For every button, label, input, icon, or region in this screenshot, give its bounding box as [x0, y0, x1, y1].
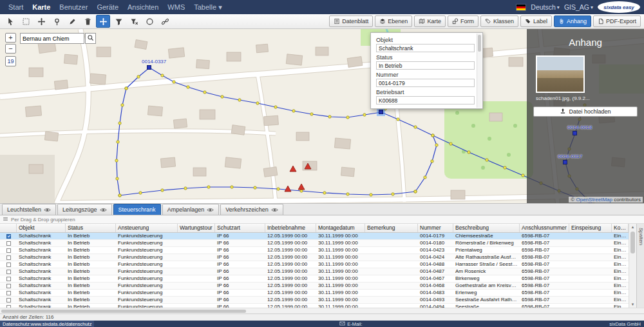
- row-checkbox[interactable]: [6, 284, 11, 288]
- eye-icon[interactable]: [44, 206, 51, 213]
- horizontal-scrollbar[interactable]: [0, 308, 644, 313]
- remove-filter-tool[interactable]: [127, 15, 141, 28]
- column-header-status[interactable]: Status: [66, 224, 116, 232]
- edit-tool[interactable]: [65, 15, 79, 28]
- row-checkbox[interactable]: [6, 277, 11, 281]
- klassen-button[interactable]: Klassen: [480, 15, 518, 27]
- table-row[interactable]: SchaltschrankIn BetriebFunkrundsteuerung…: [0, 297, 629, 304]
- select-all-column-header[interactable]: [0, 224, 17, 232]
- scrollbar-thumb[interactable]: [478, 35, 481, 52]
- rect-select-tool[interactable]: [19, 15, 33, 28]
- scroll-down-arrow[interactable]: ▼: [629, 301, 636, 308]
- eye-icon[interactable]: [100, 206, 107, 213]
- menu-item-ger-te[interactable]: Geräte: [92, 0, 123, 14]
- upload-button[interactable]: Datei hochladen: [533, 106, 638, 117]
- eye-icon[interactable]: [271, 206, 278, 213]
- select-tool[interactable]: [3, 15, 17, 28]
- language-dropdown[interactable]: Deutsch▾: [531, 3, 560, 11]
- cell-wartungstour: [178, 261, 215, 268]
- column-header-inbetriebnahme[interactable]: Inbetriebnahme: [265, 224, 316, 232]
- columns-side-tab[interactable]: Spalten: [636, 224, 644, 308]
- popup-field-betriebsart[interactable]: [376, 96, 475, 104]
- account-dropdown[interactable]: GIS_AG▾: [564, 3, 593, 11]
- table-row[interactable]: SchaltschrankIn BetriebFunkrundsteuerung…: [0, 254, 629, 261]
- map-view[interactable]: 0014-03370014-01790014-00180018-0317 + −…: [0, 29, 644, 203]
- menu-item-tabelle[interactable]: Tabelle ▾: [189, 0, 226, 14]
- row-checkbox[interactable]: [6, 248, 11, 253]
- menu-item-benutzer[interactable]: Benutzer: [55, 0, 92, 14]
- table-row[interactable]: SchaltschrankIn BetriebFunkrundsteuerung…: [0, 240, 629, 247]
- privacy-link[interactable]: Datenschutz:www.sixdata.de/datenschutz: [0, 321, 94, 327]
- anhang-button[interactable]: Anhang: [554, 15, 591, 27]
- row-checkbox[interactable]: [6, 241, 11, 246]
- column-header-einspeisung[interactable]: Einspeisung: [569, 224, 612, 232]
- table-row[interactable]: SchaltschrankIn BetriebFunkrundsteuerung…: [0, 233, 629, 240]
- search-button[interactable]: [85, 33, 96, 44]
- column-header-bemerkung[interactable]: Bemerkung: [365, 224, 418, 232]
- column-header-objekt[interactable]: Objekt: [17, 224, 66, 232]
- table-row[interactable]: SchaltschrankIn BetriebFunkrundsteuerung…: [0, 290, 629, 297]
- column-header-schutzart[interactable]: Schutzart: [215, 224, 265, 232]
- row-checkbox[interactable]: [6, 234, 11, 239]
- table-row[interactable]: SchaltschrankIn BetriebFunkrundsteuerung…: [0, 247, 629, 254]
- layer-tab-leuchtstellen[interactable]: Leuchtstellen: [2, 204, 56, 215]
- row-checkbox[interactable]: [6, 291, 11, 295]
- column-header-montagedatum[interactable]: Montagedatum: [316, 224, 365, 232]
- label-button[interactable]: Label: [520, 15, 552, 27]
- column-header-ansteuerung[interactable]: Ansteuerung: [116, 224, 178, 232]
- layer-tab-verkehrszeichen[interactable]: Verkehrszeichen: [220, 204, 283, 215]
- row-checkbox[interactable]: [6, 298, 11, 302]
- popup-scrollbar[interactable]: [477, 34, 482, 108]
- popup-field-nummer[interactable]: [376, 79, 475, 87]
- search-input[interactable]: [20, 33, 84, 44]
- menu-item-start[interactable]: Start: [4, 0, 28, 14]
- add-point-tool[interactable]: [50, 15, 64, 28]
- table-row[interactable]: SchaltschrankIn BetriebFunkrundsteuerung…: [0, 275, 629, 282]
- pdf-export-button[interactable]: PDF-Export: [593, 15, 641, 27]
- scrollbar-thumb[interactable]: [630, 232, 635, 253]
- zoom-out-button[interactable]: −: [5, 44, 16, 54]
- circle-select-tool[interactable]: [142, 15, 156, 28]
- column-header-komponenten[interactable]: Komponenten: [612, 224, 629, 232]
- popup-field-objekt[interactable]: [376, 44, 475, 52]
- map-marker-0014-0337[interactable]: 0014-0337: [147, 65, 151, 70]
- layer-tab-ampelanlagen[interactable]: Ampelanlagen: [162, 204, 220, 215]
- eye-icon[interactable]: [207, 206, 214, 213]
- scrollbar-thumb[interactable]: [1, 310, 246, 313]
- datenblatt-button[interactable]: Datenblatt: [329, 15, 373, 27]
- vertical-scrollbar[interactable]: ▲ ▼: [629, 224, 636, 308]
- column-header-beschreibung[interactable]: Beschreibung: [453, 224, 520, 232]
- attachment-filename[interactable]: schaden01.jpg, (9.9.2...: [536, 95, 644, 101]
- row-checkbox[interactable]: [6, 263, 11, 267]
- table-row[interactable]: SchaltschrankIn BetriebFunkrundsteuerung…: [0, 268, 629, 275]
- map-marker-0014-0018[interactable]: 0014-0018: [573, 131, 577, 135]
- osm-link[interactable]: OpenStreetMap: [576, 197, 612, 203]
- connect-tool[interactable]: [158, 15, 172, 28]
- ebenen-button[interactable]: Ebenen: [375, 15, 412, 27]
- attachment-thumbnail[interactable]: [536, 55, 585, 93]
- popup-field-status[interactable]: [376, 61, 475, 70]
- delete-tool[interactable]: [80, 15, 95, 28]
- karte-button[interactable]: Karte: [414, 15, 446, 27]
- table-row[interactable]: SchaltschrankIn BetriebFunkrundsteuerung…: [0, 282, 629, 290]
- column-header-anschlussnummer[interactable]: Anschlussnummer: [520, 224, 569, 232]
- filter-tool[interactable]: [111, 15, 126, 28]
- move-object-tool[interactable]: [34, 15, 48, 28]
- form-button[interactable]: Form: [448, 15, 478, 27]
- layer-tab-steuerschrank[interactable]: Steuerschrank: [113, 204, 161, 215]
- menu-item-ansichten[interactable]: Ansichten: [123, 0, 163, 14]
- row-checkbox[interactable]: [6, 255, 11, 260]
- menu-item-wms[interactable]: WMS: [163, 0, 189, 14]
- column-header-nummer[interactable]: Nummer: [418, 224, 453, 232]
- scroll-up-arrow[interactable]: ▲: [629, 224, 636, 230]
- row-checkbox[interactable]: [6, 270, 11, 274]
- column-header-wartungstour[interactable]: Wartungstour: [178, 224, 215, 232]
- map-marker-0018-0317[interactable]: 0018-0317: [563, 160, 567, 164]
- menu-item-karte[interactable]: Karte: [28, 0, 55, 14]
- pan-tool[interactable]: [96, 15, 110, 28]
- table-row[interactable]: SchaltschrankIn BetriebFunkrundsteuerung…: [0, 261, 629, 268]
- layer-tab-leitungsz-ge[interactable]: Leitungszüge: [57, 204, 112, 215]
- map-marker-0014-0179[interactable]: 0014-0179: [379, 110, 383, 114]
- zoom-in-button[interactable]: +: [5, 33, 16, 43]
- group-by-bar[interactable]: Per Drag & Drop gruppieren: [0, 215, 644, 224]
